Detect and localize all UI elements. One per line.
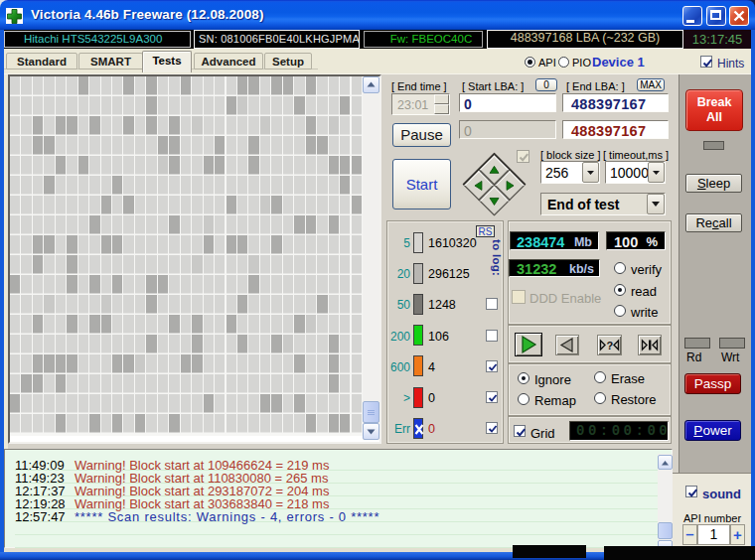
svg-text:?: ? [607,340,614,351]
